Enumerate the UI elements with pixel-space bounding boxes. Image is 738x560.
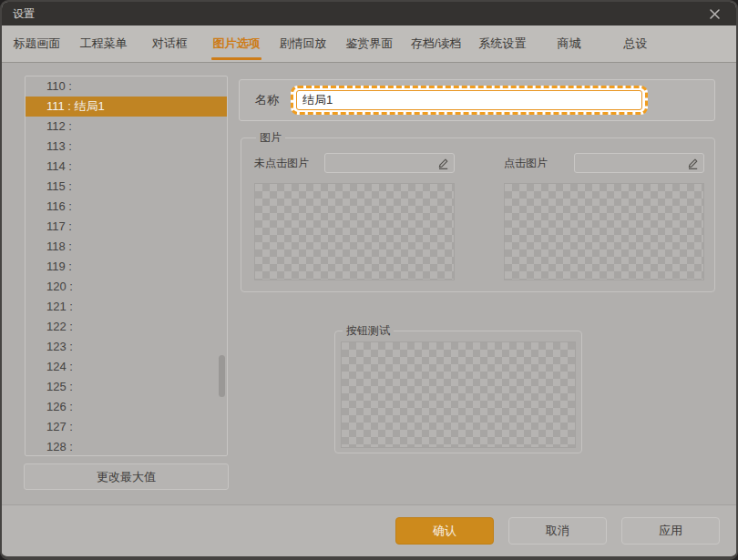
list-item[interactable]: 126 : (26, 397, 227, 417)
tab-bar: 标题画面工程菜单对话框图片选项剧情回放鉴赏界面存档/读档系统设置商城总设 (2, 25, 736, 63)
dialog-content: 110 :111 : 结局1112 :113 :114 :115 :116 :1… (2, 63, 736, 504)
unclicked-image-input[interactable] (324, 153, 455, 173)
title-bar: 设置 (2, 2, 736, 25)
unclicked-image-preview (254, 183, 455, 280)
list-item[interactable]: 128 : (26, 437, 227, 456)
ending-list: 110 :111 : 结局1112 :113 :114 :115 :116 :1… (25, 76, 228, 456)
button-test-group: 按钮测试 (334, 323, 582, 453)
button-test-title: 按钮测试 (343, 323, 394, 339)
list-item[interactable]: 116 : (26, 197, 227, 217)
list-item[interactable]: 112 : (26, 117, 227, 137)
list-item[interactable]: 125 : (26, 377, 227, 397)
clicked-image-preview (504, 183, 704, 280)
right-panel: 名称 图片 未点击图片 (237, 63, 738, 504)
list-item[interactable]: 117 : (26, 217, 227, 237)
list-item[interactable]: 127 : (26, 417, 227, 437)
list-item[interactable]: 121 : (26, 297, 227, 317)
button-test-preview (341, 341, 576, 448)
ending-list-items: 110 :111 : 结局1112 :113 :114 :115 :116 :1… (26, 76, 227, 456)
tab-1[interactable]: 标题画面 (4, 25, 70, 62)
list-item[interactable]: 122 : (26, 317, 227, 337)
clicked-image-input[interactable] (574, 153, 704, 173)
image-group: 图片 未点击图片 (241, 130, 715, 292)
close-button[interactable] (703, 4, 725, 24)
list-item[interactable]: 120 : (26, 277, 227, 297)
tab-7[interactable]: 存档/读档 (403, 25, 469, 62)
tab-6[interactable]: 鉴赏界面 (336, 25, 403, 62)
footer-bar: 确认 取消 应用 (2, 504, 736, 556)
tab-5[interactable]: 剧情回放 (270, 25, 336, 62)
unclicked-image-label: 未点击图片 (254, 156, 309, 171)
tab-2[interactable]: 工程菜单 (70, 25, 137, 62)
list-item[interactable]: 118 : (26, 237, 227, 257)
left-panel: 110 :111 : 结局1112 :113 :114 :115 :116 :1… (2, 63, 237, 504)
list-item[interactable]: 114 : (26, 157, 227, 177)
edit-pencil-icon[interactable] (686, 157, 700, 170)
clicked-image-column: 点击图片 (504, 153, 704, 280)
list-item[interactable]: 119 : (26, 257, 227, 277)
list-item[interactable]: 110 : (26, 76, 227, 97)
list-item[interactable]: 115 : (26, 177, 227, 197)
name-label: 名称 (255, 92, 279, 108)
name-input[interactable] (296, 90, 642, 110)
name-row: 名称 (239, 79, 715, 121)
unclicked-image-column: 未点击图片 (254, 153, 455, 280)
confirm-button[interactable]: 确认 (395, 517, 494, 545)
apply-button[interactable]: 应用 (621, 517, 720, 545)
cancel-button[interactable]: 取消 (508, 517, 607, 545)
name-input-focus-ring (291, 86, 648, 115)
list-item[interactable]: 113 : (26, 137, 227, 157)
clicked-image-label: 点击图片 (504, 156, 548, 171)
tab-4[interactable]: 图片选项 (203, 25, 270, 62)
dialog-title: 设置 (13, 6, 35, 22)
list-item[interactable]: 123 : (26, 337, 227, 357)
change-max-button[interactable]: 更改最大值 (24, 463, 229, 490)
edit-pencil-icon[interactable] (436, 157, 450, 170)
list-item[interactable]: 124 : (26, 357, 227, 377)
close-icon (709, 8, 721, 20)
tab-3[interactable]: 对话框 (137, 25, 203, 62)
scrollbar-thumb[interactable] (219, 355, 225, 397)
tab-8[interactable]: 系统设置 (469, 25, 536, 62)
settings-dialog: 设置 标题画面工程菜单对话框图片选项剧情回放鉴赏界面存档/读档系统设置商城总设 … (0, 0, 738, 560)
tab-10[interactable]: 总设 (602, 25, 669, 62)
list-item[interactable]: 111 : 结局1 (26, 97, 227, 117)
tab-9[interactable]: 商城 (536, 25, 602, 62)
image-group-title: 图片 (256, 130, 285, 146)
